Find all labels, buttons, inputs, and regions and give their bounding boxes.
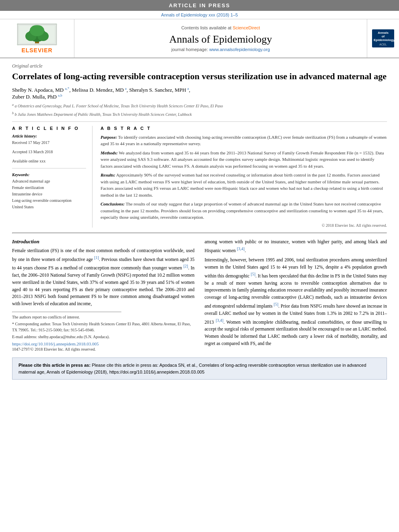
purpose-label: Purpose: bbox=[101, 135, 117, 140]
affiliation-a: a a Obstetrics and Gynecology, Paul L. F… bbox=[12, 103, 387, 109]
abstract-purpose: Purpose: To identify correlates associat… bbox=[101, 134, 387, 147]
journal-title-center: Contents lists available at ScienceDirec… bbox=[74, 19, 367, 58]
footnote-conflict: The authors report no conflicts of inter… bbox=[12, 314, 195, 320]
journal-main-title: Annals of Epidemiology bbox=[169, 33, 272, 45]
history-label: Article history: bbox=[12, 134, 86, 138]
methods-text: We analyzed data from women aged 35 to 4… bbox=[101, 150, 384, 168]
article-in-press-banner: ARTICLE IN PRESS bbox=[0, 0, 399, 11]
author-sanchez: Sheralyn S. Sanchez, MPH bbox=[129, 87, 186, 93]
methods-label: Methods: bbox=[101, 150, 118, 155]
divider-keywords bbox=[12, 168, 86, 168]
science-direct-link[interactable]: ScienceDirect bbox=[232, 25, 260, 30]
article-type-label: Original article bbox=[12, 63, 387, 69]
divider-1 bbox=[12, 121, 387, 122]
abstract-methods: Methods: We analyzed data from women age… bbox=[101, 150, 387, 170]
conclusions-label: Conclusions: bbox=[101, 201, 125, 206]
copyright-line: © 2018 Elsevier Inc. All rights reserved… bbox=[101, 223, 387, 228]
purpose-text: To identify correlates associated with c… bbox=[101, 135, 387, 146]
keyword-4: Long-acting reversible contraception bbox=[12, 197, 86, 204]
keyword-2: Female sterilization bbox=[12, 185, 86, 191]
results-label: Results: bbox=[101, 173, 115, 177]
authors: Shelby N. Apodaca, MD a,*, Melissa D. Me… bbox=[12, 86, 387, 101]
article-title: Correlates of long-acting reversible con… bbox=[12, 71, 387, 82]
intro-paragraph-1: Female sterilization (FS) is one of the … bbox=[12, 247, 195, 308]
body-right-col: among women with public or no insurance,… bbox=[205, 238, 387, 351]
journal-homepage-link[interactable]: www.annalsofepidemiology.org bbox=[209, 47, 270, 52]
info-abstract-section: A R T I C L E I N F O Article history: R… bbox=[12, 126, 387, 228]
journal-info-bar: Annals of Epidemiology xxx (2018) 1–5 bbox=[0, 11, 399, 19]
article-info-column: A R T I C L E I N F O Article history: R… bbox=[12, 126, 93, 228]
footnote-corresponding: * Corresponding author. Texas Tech Unive… bbox=[12, 321, 195, 333]
keyword-1: Advanced maternal age bbox=[12, 178, 86, 185]
intro-paragraph-2: among women with public or no insurance,… bbox=[205, 238, 387, 254]
issn-line: 1047-2797/© 2018 Elsevier Inc. All right… bbox=[12, 347, 195, 351]
citation-banner: Please cite this article in press as: Pl… bbox=[12, 357, 387, 380]
ref-2[interactable]: [2] bbox=[183, 264, 188, 268]
affiliation-b: b b Julia Jones Matthews Department of P… bbox=[12, 111, 387, 117]
results-text: Approximately 90% of the surveyed women … bbox=[101, 173, 383, 197]
footnote-email-link[interactable]: shelby.apodaca@ttuhsc.edu (S.N. Apodaca)… bbox=[38, 335, 110, 339]
abstract-results: Results: Approximately 90% of the survey… bbox=[101, 172, 387, 198]
body-left-col: Introduction Female sterilization (FS) i… bbox=[12, 238, 195, 351]
keyword-5: United States bbox=[12, 204, 86, 210]
doi-link[interactable]: https://doi.org/10.1016/j.annepidem.2018… bbox=[12, 341, 195, 346]
svg-point-5 bbox=[30, 25, 44, 36]
ref-1[interactable]: [1] bbox=[94, 255, 99, 260]
intro-paragraph-3: Interestingly, however, between 1995 and… bbox=[205, 257, 387, 347]
journal-header: ELSEVIER Contents lists available at Sci… bbox=[0, 19, 399, 58]
ref-5b[interactable]: [5] bbox=[274, 302, 278, 306]
journal-homepage: journal homepage: www.annalsofepidemiolo… bbox=[171, 47, 270, 52]
acel-logo-box: AnnalsofEpidemiology ACEL bbox=[367, 19, 399, 58]
elsevier-logo-box: ELSEVIER bbox=[0, 19, 74, 58]
body-divider bbox=[12, 232, 387, 234]
conclusions-text: The results of our study suggest that a … bbox=[101, 201, 383, 220]
introduction-title: Introduction bbox=[12, 238, 195, 245]
author-mulla: Zuber D. Mulla, PhD bbox=[12, 94, 57, 100]
footnote-email: E-mail address: shelby.apodaca@ttuhsc.ed… bbox=[12, 334, 195, 340]
footnote-divider bbox=[12, 312, 121, 312]
author-mendez: Melissa D. Mendez, MD bbox=[72, 87, 124, 93]
acel-logo: AnnalsofEpidemiology ACEL bbox=[372, 29, 394, 47]
ref-3-4b[interactable]: [3,4] bbox=[216, 318, 223, 322]
keywords-label: Keywords: bbox=[12, 173, 86, 177]
contents-lists: Contents lists available at ScienceDirec… bbox=[181, 25, 260, 30]
keyword-3: Intrauterine device bbox=[12, 191, 86, 197]
author-apodaca: Shelby N. Apodaca, MD bbox=[12, 87, 64, 93]
elsevier-tree-icon bbox=[17, 23, 57, 45]
abstract-column: A B S T R A C T Purpose: To identify cor… bbox=[101, 126, 387, 228]
abstract-conclusions: Conclusions: The results of our study su… bbox=[101, 201, 387, 221]
abstract-header: A B S T R A C T bbox=[101, 126, 387, 131]
article-accepted: Accepted 13 March 2018 bbox=[12, 149, 86, 155]
ref-3-4[interactable]: [3,4] bbox=[237, 246, 245, 251]
article-available: Available online xxx bbox=[12, 158, 86, 164]
article-info-header: A R T I C L E I N F O bbox=[12, 126, 86, 131]
main-content: Original article Correlates of long-acti… bbox=[0, 58, 399, 384]
body-section: Introduction Female sterilization (FS) i… bbox=[12, 238, 387, 351]
elsevier-name: ELSEVIER bbox=[21, 47, 52, 53]
article-received: Received 17 May 2017 bbox=[12, 140, 86, 146]
ref-5a[interactable]: [5] bbox=[251, 272, 255, 276]
